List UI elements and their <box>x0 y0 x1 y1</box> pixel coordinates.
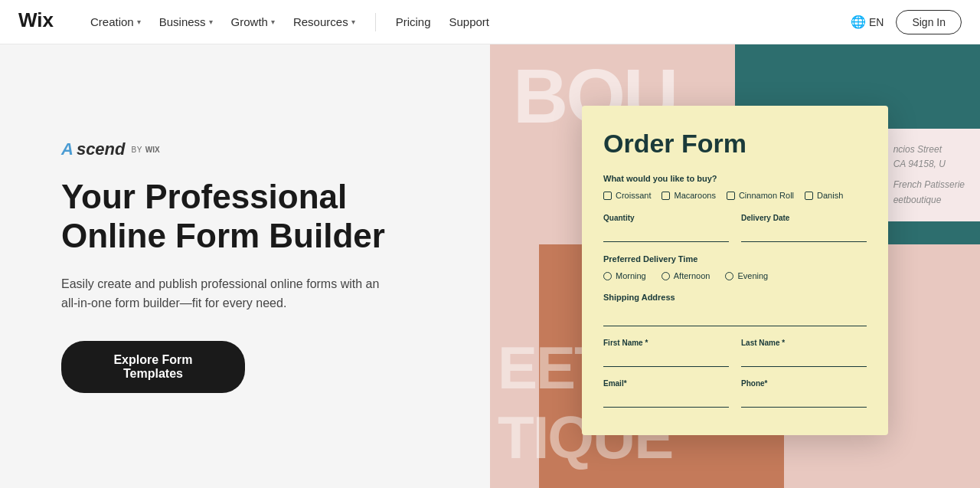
signin-button[interactable]: Sign In <box>896 10 962 34</box>
chevron-down-icon: ▾ <box>209 18 213 26</box>
radio-evening[interactable]: Evening <box>725 271 768 280</box>
nav-divider <box>375 13 376 31</box>
right-panel: BOU EET TIQUE ncios Street CA 94158, U F… <box>490 44 980 488</box>
svg-text:Wix: Wix <box>18 10 54 31</box>
brand-wix-label: WIX <box>145 146 160 154</box>
brand-scend: scend <box>77 139 126 159</box>
email-label: Email* <box>603 379 729 388</box>
hero-title: Your Professional Online Form Builder <box>61 178 429 255</box>
phone-field: Phone* <box>741 379 867 408</box>
name-row: First Name * Last Name * <box>603 339 867 367</box>
order-form-title: Order Form <box>603 129 867 159</box>
checkbox-danish[interactable]: Danish <box>805 191 843 200</box>
last-name-label: Last Name * <box>741 339 867 347</box>
brand-by: BY <box>131 146 142 154</box>
chevron-down-icon: ▾ <box>137 18 141 26</box>
page-wrapper: Ascend BY WIX Your Professional Online F… <box>0 0 980 488</box>
navbar: Wix Creation ▾ Business ▾ Growth ▾ Resou… <box>0 0 980 44</box>
left-panel: Ascend BY WIX Your Professional Online F… <box>0 44 490 488</box>
nav-support[interactable]: Support <box>442 11 498 33</box>
hero-subtitle: Easily create and publish professional o… <box>61 274 383 313</box>
checkbox-icon <box>662 192 670 200</box>
checkbox-cinnamon[interactable]: Cinnamon Roll <box>727 191 794 200</box>
quantity-label: Quantity <box>603 214 729 222</box>
phone-input[interactable] <box>741 391 867 408</box>
delivery-date-label: Delivery Date <box>741 214 867 222</box>
brand-a-letter: A <box>61 139 74 159</box>
checkbox-icon <box>727 192 735 200</box>
first-name-input[interactable] <box>603 350 729 367</box>
shipping-section: Shipping Address <box>603 293 867 326</box>
order-form-card: Order Form What would you like to buy? C… <box>582 106 888 435</box>
form-checkboxes: Croissant Macaroons Cinnamon Roll Danish <box>603 191 867 200</box>
first-name-field: First Name * <box>603 339 729 367</box>
first-name-label: First Name * <box>603 339 729 347</box>
radio-group: Morning Afternoon Evening <box>603 271 867 280</box>
wix-logo[interactable]: Wix <box>18 10 58 34</box>
language-selector[interactable]: 🌐 EN <box>851 15 884 29</box>
explore-templates-button[interactable]: Explore Form Templates <box>61 341 245 393</box>
radio-afternoon[interactable]: Afternoon <box>662 271 710 280</box>
nav-pricing[interactable]: Pricing <box>388 11 439 33</box>
nav-links: Creation ▾ Business ▾ Growth ▾ Resources… <box>83 11 851 33</box>
chevron-down-icon: ▾ <box>351 18 355 26</box>
last-name-input[interactable] <box>741 350 867 367</box>
brand-tag: Ascend BY WIX <box>61 139 429 159</box>
delivery-time-label: Preferred Delivery Time <box>603 254 867 264</box>
email-field: Email* <box>603 379 729 408</box>
nav-resources[interactable]: Resources ▾ <box>286 11 363 33</box>
chevron-down-icon: ▾ <box>271 18 275 26</box>
checkbox-icon <box>603 192 612 200</box>
globe-icon: 🌐 <box>851 15 866 29</box>
qty-date-row: Quantity Delivery Date <box>603 214 867 242</box>
contact-row: Email* Phone* <box>603 379 867 408</box>
shipping-label: Shipping Address <box>603 293 867 302</box>
quantity-input[interactable] <box>603 225 729 242</box>
radio-icon <box>725 272 733 280</box>
email-input[interactable] <box>603 391 729 408</box>
delivery-date-field: Delivery Date <box>741 214 867 242</box>
quantity-field: Quantity <box>603 214 729 242</box>
nav-growth[interactable]: Growth ▾ <box>224 11 283 33</box>
delivery-time-section: Preferred Delivery Time Morning Afternoo… <box>603 254 867 280</box>
checkbox-macaroons[interactable]: Macaroons <box>662 191 715 200</box>
nav-right: 🌐 EN Sign In <box>851 10 962 34</box>
nav-creation[interactable]: Creation ▾ <box>83 11 149 33</box>
radio-icon <box>603 272 612 280</box>
radio-icon <box>662 272 670 280</box>
last-name-field: Last Name * <box>741 339 867 367</box>
checkbox-croissant[interactable]: Croissant <box>603 191 651 200</box>
phone-label: Phone* <box>741 379 867 388</box>
nav-business[interactable]: Business ▾ <box>152 11 220 33</box>
shipping-input[interactable] <box>603 310 867 326</box>
address-card: ncios Street CA 94158, U French Patisser… <box>878 129 980 221</box>
form-question: What would you like to buy? <box>603 174 867 183</box>
radio-morning[interactable]: Morning <box>603 271 646 280</box>
checkbox-icon <box>805 192 813 200</box>
delivery-date-input[interactable] <box>741 225 867 242</box>
